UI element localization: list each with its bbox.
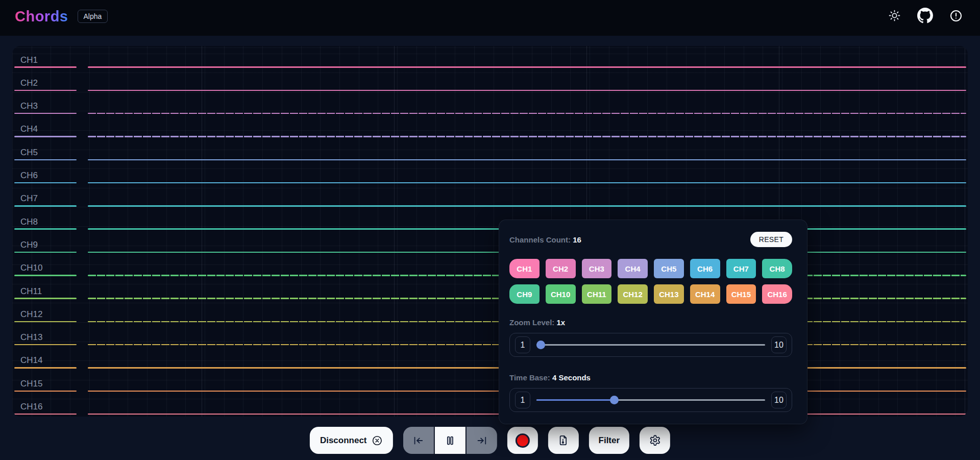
channel-label-ch8: CH8 — [20, 217, 38, 227]
channel-toggle-ch4[interactable]: CH4 — [618, 259, 648, 278]
playback-control-group — [403, 427, 497, 454]
channel-label-ch1: CH1 — [20, 55, 38, 65]
skip-to-end-button[interactable] — [467, 427, 497, 454]
channel-trace-head-ch3 — [14, 113, 77, 114]
disconnect-button[interactable]: Disconnect — [310, 427, 393, 454]
app-logo: Chords — [15, 8, 68, 25]
time-base-slider[interactable] — [536, 395, 765, 405]
disconnect-button-label: Disconnect — [320, 435, 367, 446]
channel-trace-ch3 — [88, 113, 966, 114]
channel-trace-head-ch9 — [14, 252, 77, 253]
zoom-level-value: 1x — [557, 318, 566, 327]
pause-icon — [445, 435, 456, 446]
channel-label-ch4: CH4 — [20, 124, 38, 134]
alert-circle-icon — [949, 9, 963, 24]
pause-button[interactable] — [435, 427, 465, 454]
channel-toggle-ch3[interactable]: CH3 — [582, 259, 612, 278]
settings-button[interactable] — [640, 427, 670, 454]
time-base-label: Time Base: 4 Seconds — [509, 373, 792, 382]
channel-toggle-ch10[interactable]: CH10 — [546, 284, 576, 304]
channel-toggle-ch14[interactable]: CH14 — [690, 284, 720, 304]
channel-label-ch3: CH3 — [20, 101, 38, 111]
theme-toggle-button[interactable] — [888, 9, 901, 23]
channel-trace-head-ch16 — [14, 414, 77, 415]
channel-trace-head-ch11 — [14, 298, 77, 299]
channel-toggle-ch2[interactable]: CH2 — [546, 259, 576, 278]
zoom-slider[interactable] — [536, 340, 765, 350]
channel-label-ch2: CH2 — [20, 78, 38, 88]
zoom-slider-thumb[interactable] — [536, 341, 545, 349]
channel-trace-head-ch10 — [14, 275, 77, 276]
topbar-icons — [888, 8, 963, 25]
channel-label-ch7: CH7 — [20, 193, 38, 204]
time-base-slider-group: 1 10 — [509, 388, 792, 412]
channel-trace-ch4 — [88, 136, 966, 137]
alpha-badge: Alpha — [78, 10, 108, 23]
signal-canvas: CH1CH2CH3CH4CH5CH6CH7CH8CH9CH10CH11CH12C… — [12, 46, 968, 417]
channels-count-label: Channels Count: 16 — [509, 235, 581, 244]
time-base-slider-fill — [536, 399, 614, 401]
channel-trace-head-ch2 — [14, 90, 77, 91]
channel-trace-head-ch13 — [14, 344, 77, 346]
arrow-left-to-line-icon — [413, 435, 424, 446]
channel-label-ch14: CH14 — [20, 355, 42, 366]
channel-label-ch15: CH15 — [20, 379, 42, 389]
channel-trace-head-ch4 — [14, 136, 77, 137]
channel-label-ch9: CH9 — [20, 240, 38, 250]
filter-button[interactable]: Filter — [589, 427, 630, 454]
channel-label-ch10: CH10 — [20, 263, 42, 273]
time-base-value: 4 Seconds — [552, 373, 591, 382]
channel-toggle-ch16[interactable]: CH16 — [762, 284, 792, 304]
gear-icon — [649, 434, 661, 446]
filter-button-label: Filter — [599, 435, 620, 446]
channel-trace-head-ch15 — [14, 391, 77, 392]
time-base-min-box: 1 — [515, 392, 530, 408]
channel-toggle-row-1: CH1CH2CH3CH4CH5CH6CH7CH8 — [509, 259, 792, 278]
channel-label-ch5: CH5 — [20, 148, 38, 158]
channel-trace-ch1 — [88, 66, 966, 68]
time-base-max-box: 10 — [771, 392, 787, 408]
channel-label-ch13: CH13 — [20, 332, 42, 343]
channel-trace-ch6 — [88, 182, 966, 184]
channel-toggle-ch15[interactable]: CH15 — [726, 284, 756, 304]
top-bar: Chords Alpha — [0, 0, 980, 36]
zoom-level-label: Zoom Level: 1x — [509, 318, 792, 327]
channel-trace-head-ch7 — [14, 205, 77, 207]
channel-toggle-ch6[interactable]: CH6 — [690, 259, 720, 278]
zoom-max-box: 10 — [771, 336, 787, 353]
channel-trace-head-ch14 — [14, 367, 77, 369]
record-icon — [516, 433, 530, 448]
zoom-slider-group: 1 10 — [509, 333, 792, 357]
channel-toggle-ch9[interactable]: CH9 — [509, 284, 540, 304]
channel-trace-head-ch12 — [14, 321, 77, 323]
skip-to-start-button[interactable] — [403, 427, 434, 454]
channel-toggle-ch12[interactable]: CH12 — [618, 284, 648, 304]
record-button[interactable] — [507, 427, 538, 454]
channel-trace-head-ch8 — [14, 228, 77, 230]
channels-count-value: 16 — [573, 235, 581, 244]
channel-toggle-ch5[interactable]: CH5 — [654, 259, 684, 278]
channel-label-ch6: CH6 — [20, 171, 38, 181]
channel-trace-ch5 — [88, 159, 966, 161]
channel-label-ch12: CH12 — [20, 309, 42, 320]
channel-toggle-ch13[interactable]: CH13 — [654, 284, 684, 304]
time-base-slider-thumb[interactable] — [610, 396, 619, 404]
channel-toggle-ch7[interactable]: CH7 — [726, 259, 756, 278]
channel-toggle-row-2: CH9CH10CH11CH12CH13CH14CH15CH16 — [509, 284, 792, 304]
channel-toggle-ch8[interactable]: CH8 — [762, 259, 792, 278]
channel-trace-head-ch6 — [14, 182, 77, 184]
theme-sun-icon — [888, 9, 901, 23]
channel-label-ch16: CH16 — [20, 402, 42, 412]
channel-settings-popover: Channels Count: 16 RESET CH1CH2CH3CH4CH5… — [499, 220, 807, 424]
save-file-button[interactable] — [548, 427, 579, 454]
channel-toggle-ch1[interactable]: CH1 — [509, 259, 540, 278]
channel-trace-head-ch5 — [14, 159, 77, 161]
channel-label-ch11: CH11 — [20, 286, 42, 297]
github-link-button[interactable] — [917, 8, 933, 25]
channel-trace-ch7 — [88, 205, 966, 207]
channel-toggle-ch11[interactable]: CH11 — [582, 284, 612, 304]
reset-button[interactable]: RESET — [750, 232, 792, 247]
channel-trace-ch2 — [88, 90, 966, 91]
about-button[interactable] — [949, 9, 963, 24]
github-icon — [917, 8, 933, 25]
